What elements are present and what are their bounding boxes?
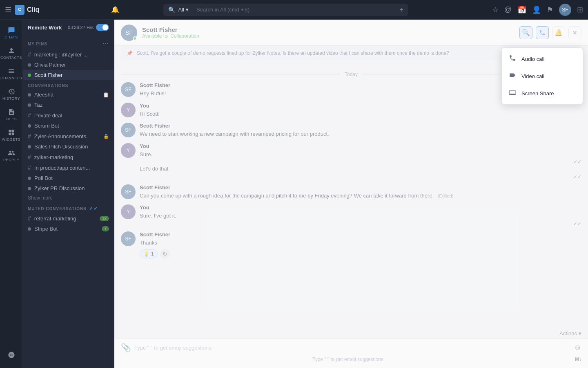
- muted-conversations-header: Muted Conversations ✓✓: [23, 202, 114, 213]
- main-layout: CHATS CONTACTS CHANNELS HISTORY FILES WI…: [0, 20, 588, 368]
- screen-share-option[interactable]: Screen Share: [502, 85, 583, 102]
- conv-zylker-marketing[interactable]: # zylker-marketing: [23, 152, 114, 162]
- emoji-button[interactable]: ☺: [574, 343, 581, 352]
- attach-button[interactable]: 📎: [121, 343, 131, 352]
- reaction-pill[interactable]: 💡 1: [140, 249, 158, 258]
- my-pins-more[interactable]: ···: [102, 40, 109, 47]
- message-content: You Hi Scott!: [140, 103, 581, 118]
- conv-scrum-bot[interactable]: Scrum Bot: [23, 121, 114, 131]
- muted-stripe-bot[interactable]: Stripe Bot 7: [23, 224, 114, 234]
- search-button[interactable]: 🔍: [519, 26, 532, 39]
- sidebar-header: Remote Work 03:36:27 Hrs: [23, 20, 114, 35]
- notification-icon[interactable]: 🔔: [111, 6, 119, 13]
- conv-zyler-announcements[interactable]: # Zyler-Announcements 🔒: [23, 131, 114, 141]
- nav-sidebar: CHATS CONTACTS CHANNELS HISTORY FILES WI…: [0, 20, 23, 368]
- conv-in-product[interactable]: # In product/app conten...: [23, 162, 114, 173]
- reaction-bar: 💡 1 ↻: [140, 249, 581, 259]
- item-label: Private deal: [34, 112, 109, 119]
- star-icon[interactable]: ☆: [492, 5, 499, 14]
- read-receipt: ✓✓: [140, 159, 581, 165]
- markdown-button[interactable]: M↓: [575, 357, 581, 362]
- nav-chats-label: CHATS: [4, 35, 18, 39]
- show-more-button[interactable]: Show more: [23, 193, 114, 202]
- contact-avatar: SF: [121, 25, 137, 41]
- online-dot: [28, 74, 31, 77]
- item-label: Scrum Bot: [34, 123, 109, 129]
- nav-widgets-label: WIDGETS: [2, 137, 21, 141]
- sidebar-item-contacts[interactable]: CONTACTS: [2, 43, 21, 63]
- apps-grid-icon[interactable]: ⊞: [577, 5, 583, 14]
- hash-icon: #: [28, 154, 31, 160]
- muted-referral-marketing[interactable]: # referral-marketing 12: [23, 213, 114, 224]
- hash-icon: #: [28, 164, 31, 171]
- app-logo: C Cliq: [15, 5, 39, 15]
- screen-share-label: Screen Share: [521, 90, 554, 96]
- pinned-item-marketing[interactable]: # marketing : @Zylker ...: [23, 49, 114, 60]
- work-toggle[interactable]: [96, 24, 109, 31]
- actions-button[interactable]: Actions ▾: [559, 330, 581, 337]
- muted-checkmark-icon: ✓✓: [89, 206, 98, 211]
- message-text: Sure.: [140, 150, 581, 159]
- conv-zylker-pr[interactable]: Zylker PR Discussion: [23, 183, 114, 193]
- muted-label: Muted Conversations: [28, 206, 87, 211]
- nav-contacts-label: CONTACTS: [0, 56, 22, 60]
- nav-channels-label: CHANNELS: [0, 76, 22, 80]
- message-group: SF Scott Fisher Can you come up with a r…: [121, 184, 581, 200]
- phone-icon: [508, 54, 517, 63]
- conv-poll-bot[interactable]: Poll Bot: [23, 173, 114, 183]
- pinned-item-olivia[interactable]: Olivia Palmer: [23, 60, 114, 70]
- contact-name: Scott Fisher: [142, 26, 514, 33]
- message-content: You Sure. I've got it. ✓✓: [140, 204, 581, 227]
- settings-icon[interactable]: [2, 345, 21, 365]
- offline-dot: [28, 63, 31, 67]
- sender-name: Scott Fisher: [140, 184, 581, 191]
- sidebar-item-chats[interactable]: CHATS: [2, 23, 21, 43]
- lock-icon: 🔒: [103, 134, 109, 139]
- app-name: Cliq: [27, 6, 39, 13]
- status-dot: [28, 93, 31, 96]
- message-content: You Sure. ✓✓ Let's do that ✓✓: [140, 143, 581, 180]
- conv-private-deal[interactable]: # Private deal: [23, 110, 114, 121]
- flag-icon[interactable]: ⚑: [547, 5, 553, 14]
- nav-people-label: PEOPLE: [3, 158, 19, 162]
- add-search-button[interactable]: +: [399, 6, 403, 13]
- pinned-item-scott[interactable]: Scott Fisher: [23, 70, 114, 80]
- calendar-icon[interactable]: 📅: [517, 5, 526, 14]
- sender-avatar: SF: [121, 82, 136, 97]
- menu-icon[interactable]: ☰: [5, 5, 11, 14]
- video-icon: [508, 72, 517, 81]
- chat-header-actions: 🔍 🔔 ✕: [519, 26, 581, 39]
- sidebar-item-history[interactable]: HISTORY: [2, 84, 21, 104]
- close-chat-button[interactable]: ✕: [568, 26, 581, 39]
- actions-bar: Actions ▾: [114, 329, 588, 338]
- item-label: Olivia Palmer: [34, 62, 109, 68]
- status-dot: [28, 103, 31, 107]
- audio-call-option[interactable]: Audio call: [502, 50, 583, 67]
- message-text-2: Let's do that: [140, 165, 581, 173]
- sidebar-item-people[interactable]: PEOPLE: [2, 146, 21, 165]
- conv-aleesha[interactable]: Aleesha 📋: [23, 90, 114, 100]
- search-filter-button[interactable]: All ▾: [178, 7, 193, 13]
- add-reaction-button[interactable]: ↻: [160, 249, 170, 259]
- video-call-option[interactable]: Video call: [502, 67, 583, 85]
- conv-taz[interactable]: Taz: [23, 100, 114, 110]
- user-avatar[interactable]: SF: [559, 4, 571, 16]
- chat-header-info: Scott Fisher Available for Collaboration: [142, 26, 514, 39]
- search-input[interactable]: [196, 7, 396, 13]
- message-content: Scott Fisher We need to start working a …: [140, 123, 581, 138]
- read-receipt: ✓✓: [140, 221, 581, 227]
- search-bar: 🔍 All ▾ +: [163, 4, 408, 16]
- message-input[interactable]: [134, 345, 571, 351]
- call-button[interactable]: [536, 26, 549, 39]
- conv-sales-pitch[interactable]: Sales Pitch Discussion: [23, 141, 114, 152]
- sidebar-item-channels[interactable]: CHANNELS: [2, 64, 21, 83]
- notification-bell-button[interactable]: 🔔: [552, 26, 565, 39]
- contacts-icon[interactable]: 👤: [532, 5, 541, 14]
- status-dot: [28, 187, 31, 190]
- chat-header: SF Scott Fisher Available for Collaborat…: [114, 20, 588, 46]
- contact-status: Available for Collaboration: [142, 33, 514, 39]
- mention-icon[interactable]: @: [504, 5, 512, 14]
- audio-call-label: Audio call: [521, 56, 544, 62]
- sidebar-item-files[interactable]: FILES: [2, 105, 21, 124]
- sidebar-item-widgets[interactable]: WIDGETS: [2, 125, 21, 145]
